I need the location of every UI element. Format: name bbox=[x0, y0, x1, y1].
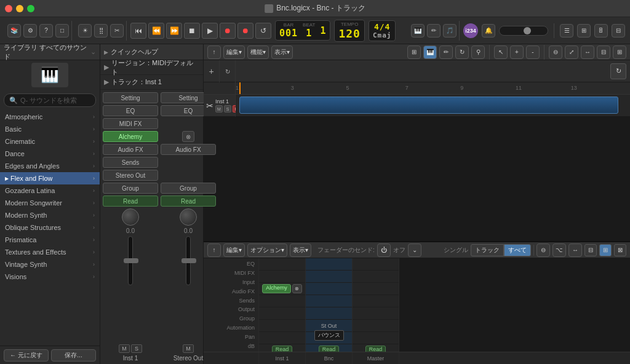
mixer-grid-3[interactable]: ⊠ bbox=[614, 244, 626, 256]
score-btn[interactable]: 🎵 bbox=[443, 24, 457, 38]
function-menu-btn[interactable]: 機能▾ bbox=[247, 46, 269, 59]
sidebar-item-oblique-structures[interactable]: Oblique Structures › bbox=[0, 221, 100, 234]
fast-forward-btn[interactable]: ⏩ bbox=[166, 23, 182, 39]
mixer-up-btn[interactable]: ↑ bbox=[207, 243, 221, 257]
edit-btn[interactable]: ✏ bbox=[427, 24, 441, 38]
loop-region-btn[interactable]: ↻ bbox=[220, 60, 236, 82]
cycle-btn[interactable]: ↺ bbox=[255, 23, 271, 39]
sidebar-item-flex-and-flow[interactable]: ▶ Flex and Flow › bbox=[0, 172, 100, 184]
arrange-up-btn[interactable]: ↑ bbox=[207, 46, 221, 59]
fader-power-btn[interactable]: ⏻ bbox=[377, 243, 391, 257]
sidebar-item-modern-songwriter[interactable]: Modern Songwriter › bbox=[0, 197, 100, 209]
midifx-btn-1[interactable]: MIDI FX bbox=[103, 118, 158, 129]
header-loop-btn[interactable]: ↻ bbox=[610, 63, 626, 79]
track-clip[interactable] bbox=[239, 97, 618, 114]
fader-thumb-2[interactable] bbox=[181, 258, 196, 263]
mute-btn-2[interactable]: M bbox=[183, 344, 194, 353]
sidebar-item-vintage-synth[interactable]: Vintage Synth › bbox=[0, 258, 100, 271]
track-mute-btn[interactable]: M bbox=[215, 105, 223, 113]
sidebar-item-cinematic[interactable]: Cinematic › bbox=[0, 135, 100, 148]
expand-btn[interactable]: ⤢ bbox=[565, 46, 578, 59]
list-view-btn[interactable]: ☰ bbox=[560, 24, 573, 38]
save-button[interactable]: 保存... bbox=[51, 349, 96, 362]
solo-btn-1[interactable]: S bbox=[131, 344, 142, 353]
track-solo-btn[interactable]: S bbox=[224, 105, 231, 113]
sidebar-item-dance[interactable]: Dance › bbox=[0, 148, 100, 160]
eq-btn-1[interactable]: EQ bbox=[103, 105, 158, 116]
track-btn[interactable]: トラック bbox=[471, 244, 504, 256]
sidebar-item-basic[interactable]: Basic › bbox=[0, 123, 100, 135]
fader-dropdown[interactable]: ⌄ bbox=[408, 243, 421, 257]
stereoout-btn-1[interactable]: Stereo Out bbox=[103, 170, 158, 181]
stop-btn[interactable]: ⏹ bbox=[184, 23, 200, 39]
track-section[interactable]: ▶ トラック：Inst 1 bbox=[100, 75, 203, 90]
sidebar-item-atmospheric[interactable]: Atmospheric › bbox=[0, 111, 100, 123]
scissors-btn[interactable]: ✂ bbox=[110, 24, 124, 38]
fast-rewind-btn[interactable]: ⏪ bbox=[148, 23, 164, 39]
sidebar-item-modern-synth[interactable]: Modern Synth › bbox=[0, 209, 100, 221]
all-btn[interactable]: すべて bbox=[504, 244, 531, 256]
mixer-options-btn[interactable]: オプション▾ bbox=[247, 243, 287, 257]
rewind-btn[interactable]: ⏮ bbox=[130, 23, 146, 39]
minimize-button[interactable] bbox=[16, 5, 23, 12]
region-section[interactable]: ▶ リージョン：MIDIデフォルト bbox=[100, 60, 203, 75]
ch2-read-btn[interactable]: Read bbox=[319, 346, 340, 352]
zoom-btn[interactable]: ⚲ bbox=[471, 46, 485, 59]
mixer-zoom-out[interactable]: ⊖ bbox=[536, 243, 550, 257]
record-btn[interactable]: ⏺ bbox=[220, 23, 236, 39]
back-button[interactable]: ← 元に戻す bbox=[4, 349, 49, 362]
grid-btn[interactable]: ⊞ bbox=[577, 24, 591, 38]
sidebar-item-visions[interactable]: Visions › bbox=[0, 271, 100, 283]
ch1-link-btn[interactable]: ⊗ bbox=[292, 284, 302, 293]
master-volume-slider[interactable] bbox=[499, 26, 548, 36]
sidebar-item-gozadera-latina[interactable]: Gozadera Latina › bbox=[0, 184, 100, 197]
loop-btn[interactable]: ↻ bbox=[455, 46, 469, 59]
fader-thumb-1[interactable] bbox=[124, 258, 138, 263]
read-btn-1[interactable]: Read bbox=[103, 196, 158, 207]
sends-btn-1[interactable]: Sends bbox=[103, 157, 158, 168]
ch1-read-btn[interactable]: Read bbox=[272, 346, 293, 352]
zoom-out-btn[interactable]: ⊖ bbox=[549, 46, 562, 59]
pan-knob-1[interactable] bbox=[122, 208, 139, 226]
library-btn[interactable]: 📚 bbox=[7, 24, 21, 38]
panel-btn[interactable]: □ bbox=[55, 24, 69, 38]
sidebar-item-edges-and-angles[interactable]: Edges and Angles › bbox=[0, 160, 100, 172]
add-track-btn[interactable]: + bbox=[204, 60, 220, 82]
settings-btn[interactable]: ⚙ bbox=[23, 24, 37, 38]
zoom-in-btn[interactable]: ↔ bbox=[581, 46, 594, 59]
mixer-btn[interactable]: ⣿ bbox=[94, 24, 108, 38]
close-button[interactable] bbox=[5, 5, 12, 12]
grid-view-btn[interactable]: ⊟ bbox=[597, 46, 610, 59]
mixer-grid-2[interactable]: ⊞ bbox=[599, 244, 612, 256]
view-menu-btn[interactable]: 表示▾ bbox=[271, 46, 293, 59]
pointer-btn[interactable]: ↖ bbox=[494, 46, 508, 59]
mixer-view-btn[interactable]: 🎚 bbox=[594, 24, 608, 38]
group-btn-1[interactable]: Group bbox=[103, 183, 158, 194]
minus-btn[interactable]: - bbox=[526, 46, 540, 59]
midi-btn[interactable]: 🎹 bbox=[411, 24, 425, 38]
alchemy-btn-1[interactable]: Alchemy bbox=[103, 131, 158, 142]
grid-btn-1[interactable]: ⊞ bbox=[407, 46, 421, 59]
play-btn[interactable]: ▶ bbox=[202, 23, 218, 39]
edit-menu-btn[interactable]: 編集▾ bbox=[223, 46, 245, 59]
mixer-zoom-in[interactable]: ⌥ bbox=[552, 243, 566, 257]
piano-roll-btn[interactable]: 🎹 bbox=[423, 46, 437, 59]
mixer-view-menu-btn[interactable]: 表示▾ bbox=[290, 243, 311, 257]
audiofx-btn-1[interactable]: Audio FX bbox=[103, 144, 158, 155]
mixer-expand[interactable]: ↔ bbox=[568, 243, 582, 257]
sidebar-item-textures-and-effects[interactable]: Textures and Effects › bbox=[0, 246, 100, 258]
setting-btn-1[interactable]: Setting bbox=[103, 92, 158, 103]
ch1-alchemy-btn[interactable]: Alchemy bbox=[262, 284, 291, 293]
mute-btn-1[interactable]: M bbox=[119, 344, 130, 353]
alert-btn[interactable]: 🔔 bbox=[482, 24, 495, 38]
add-btn[interactable]: + bbox=[510, 46, 524, 59]
zoom-button[interactable] bbox=[27, 5, 34, 12]
mixer-edit-btn[interactable]: 編集▾ bbox=[223, 243, 245, 257]
sidebar-item-prismatica[interactable]: Prismatica › bbox=[0, 234, 100, 246]
mixer-grid-1[interactable]: ⊟ bbox=[584, 244, 597, 256]
pencil-btn[interactable]: ✏ bbox=[439, 46, 453, 59]
full-view-btn[interactable]: ⊞ bbox=[613, 46, 626, 59]
inspector-btn[interactable]: ⊟ bbox=[612, 24, 625, 38]
brightness-btn[interactable]: ☀ bbox=[78, 24, 92, 38]
link-btn-2[interactable]: ⊗ bbox=[182, 131, 194, 142]
